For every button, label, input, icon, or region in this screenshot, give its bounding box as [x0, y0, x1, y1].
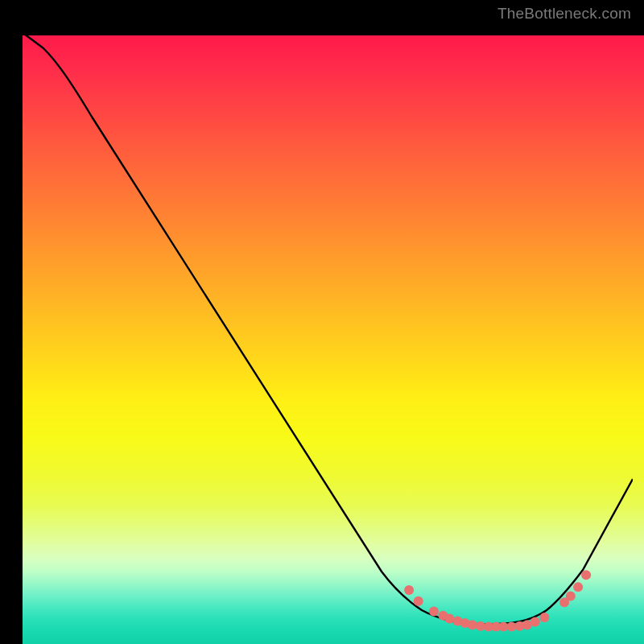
marker-dot — [539, 613, 549, 622]
marker-dot — [530, 617, 540, 626]
marker-dot — [429, 607, 439, 617]
markers-group — [404, 570, 591, 631]
chart-svg — [11, 24, 633, 633]
marker-dot — [566, 592, 576, 601]
curve-group — [11, 24, 633, 625]
marker-dot — [414, 597, 423, 606]
marker-dot — [581, 570, 591, 580]
watermark-text: TheBottleneck.com — [497, 5, 631, 23]
main-curve — [11, 24, 633, 625]
marker-dot — [573, 582, 583, 592]
marker-dot — [404, 585, 414, 595]
marker-dot — [468, 620, 477, 630]
